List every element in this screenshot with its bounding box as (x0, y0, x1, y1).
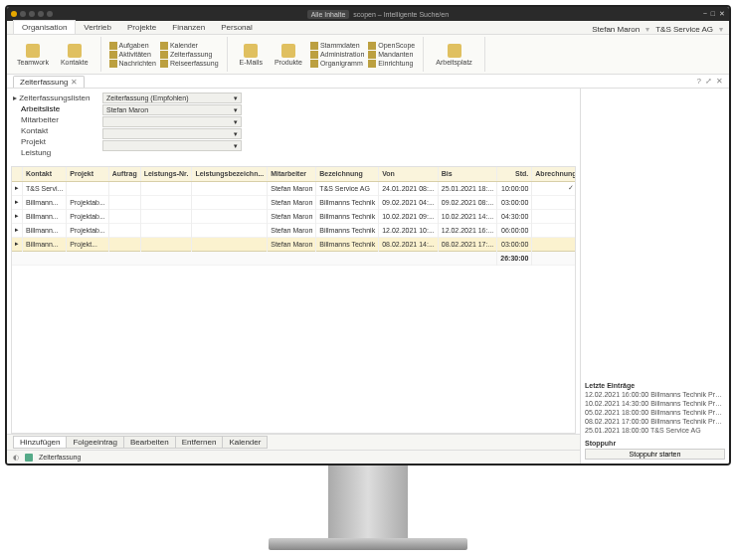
document-tab-zeiterfassung[interactable]: Zeiterfassung ✕ (13, 76, 85, 88)
bottom-tab-hinzufuegen[interactable]: Hinzufügen (13, 436, 67, 449)
qat-icon-1[interactable] (11, 11, 17, 17)
filter-dropdown-leistung[interactable]: ▾ (102, 140, 242, 151)
cell-kontakt: Billmann... (23, 237, 67, 251)
qat-icon-4[interactable] (38, 11, 44, 17)
ribbon-btn-stammdaten[interactable]: Stammdaten (310, 42, 364, 50)
cell-bis: 12.02.2021 16:... (438, 223, 497, 237)
table-row[interactable]: ▸Billmann...Projektab...Stefan MaronBill… (12, 209, 576, 223)
ribbon-btn-produkte[interactable]: Produkte (271, 37, 306, 72)
filter-item-kontakt[interactable]: Kontakt (13, 125, 102, 136)
grid-header-leistungsnr[interactable]: Leistungs-Nr. (140, 167, 192, 181)
cell-abrechnungsfreigabe[interactable] (532, 237, 576, 251)
ribbon-btn-einrichtung[interactable]: Einrichtung (368, 60, 415, 68)
ribbon-btn-openscope[interactable]: OpenScope (368, 42, 415, 50)
cell-abrechnungsfreigabe[interactable]: ✓ (532, 181, 576, 195)
minimize-button[interactable]: − (703, 10, 707, 18)
grid-header-von[interactable]: Von (379, 167, 439, 181)
grid-header-kontakt[interactable]: Kontakt (23, 167, 67, 181)
bottom-tab-entfernen[interactable]: Entfernen (175, 436, 224, 449)
table-row[interactable]: ▸Billmann...Projektab...Stefan MaronBill… (12, 195, 576, 209)
last-entry-item[interactable]: 08.02.2021 17:00:00 Billmanns Technik Pr… (585, 418, 725, 425)
grid-header-bezeichnung[interactable]: Bezeichnung (316, 167, 379, 181)
bottom-tab-folgeeintrag[interactable]: Folgeeintrag (66, 436, 123, 449)
last-entry-item[interactable]: 05.02.2021 18:00:00 Billmanns Technik Pr… (585, 409, 725, 416)
ribbon-tab-organisation[interactable]: Organisation (13, 20, 76, 34)
ribbon-tab-finanzen[interactable]: Finanzen (164, 21, 213, 34)
pane-close-icon[interactable]: ✕ (716, 77, 723, 86)
ribbon-btn-arbeitsplatz[interactable]: Arbeitsplatz (432, 37, 476, 72)
status-context-label: Zeiterfassung (39, 454, 81, 461)
grid-header-leistungsbez[interactable]: Leistungsbezeichn... (192, 167, 268, 181)
cell-auftrag (108, 195, 140, 209)
filter-tree-root[interactable]: ▸ Zeiterfassungslisten (13, 93, 102, 103)
ribbon-btn-nachrichten[interactable]: Nachrichten (109, 60, 156, 68)
ribbon-btn-kontakte[interactable]: Kontakte (57, 37, 92, 72)
filter-item-leistung[interactable]: Leistung (13, 147, 102, 158)
cell-auftrag (108, 181, 140, 195)
last-entry-item[interactable]: 10.02.2021 14:30:00 Billmanns Technik Pr… (585, 400, 725, 407)
status-icon-nav[interactable]: ◐ (13, 454, 19, 462)
bottom-tab-bearbeiten[interactable]: Bearbeiten (123, 436, 176, 449)
cell-von: 09.02.2021 04:... (379, 195, 439, 209)
status-icon-chart[interactable] (25, 454, 33, 462)
maximize-button[interactable]: □ (711, 10, 715, 18)
global-search-scope[interactable]: Alle Inhalte (307, 10, 350, 19)
ribbon-tab-vertrieb[interactable]: Vertrieb (76, 21, 119, 34)
current-company-label[interactable]: T&S Service AG (655, 25, 713, 34)
grid-header-std[interactable]: Std. (497, 167, 532, 181)
row-expand-icon[interactable]: ▸ (12, 209, 23, 223)
grid-header-projekt[interactable]: Projekt (67, 167, 108, 181)
ribbon-group-1: Teamwork Kontakte (13, 37, 101, 72)
ribbon-btn-aufgaben[interactable]: Aufgaben (109, 42, 156, 50)
cell-abrechnungsfreigabe[interactable] (532, 223, 576, 237)
cell-bis: 25.01.2021 18:... (438, 181, 497, 195)
ribbon-btn-mandanten[interactable]: Mandanten (368, 51, 415, 59)
ribbon-btn-reiseerfassung[interactable]: Reiseerfassung (160, 60, 219, 68)
table-row[interactable]: ▸Billmann...Projekt...Stefan MaronBillma… (12, 237, 576, 251)
time-entries-grid[interactable]: Kontakt Projekt Auftrag Leistungs-Nr. Le… (11, 166, 576, 434)
help-icon[interactable]: ? (697, 77, 701, 86)
ribbon-btn-administration[interactable]: Administration (310, 51, 364, 59)
ribbon-btn-organigramm[interactable]: Organigramm (310, 60, 364, 68)
cell-abrechnungsfreigabe[interactable] (532, 209, 576, 223)
expand-icon[interactable]: ⤢ (705, 77, 712, 86)
ribbon-btn-emails[interactable]: E-Mails (236, 37, 267, 72)
current-user-label[interactable]: Stefan Maron (592, 25, 640, 34)
grid-header-abrechnung[interactable]: Abrechnungsfreigabe (532, 167, 576, 181)
filter-dropdown-mitarbeiter[interactable]: Stefan Maron▾ (102, 104, 242, 115)
row-expand-icon[interactable]: ▸ (12, 237, 23, 251)
qat-icon-3[interactable] (29, 11, 35, 17)
filter-item-arbeitsliste[interactable]: Arbeitsliste (13, 103, 102, 114)
cell-von: 10.02.2021 09:... (379, 209, 439, 223)
stopwatch-start-button[interactable]: Stoppuhr starten (585, 449, 725, 460)
last-entry-item[interactable]: 25.01.2021 18:00:00 T&S Service AG (585, 427, 725, 434)
grid-header-mitarbeiter[interactable]: Mitarbeiter (268, 167, 316, 181)
table-row[interactable]: ▸T&S Servi...Stefan MaronT&S Service AG2… (12, 181, 576, 195)
cell-abrechnungsfreigabe[interactable] (532, 195, 576, 209)
ribbon-tab-personal[interactable]: Personal (213, 21, 261, 34)
filter-dropdown-kontakt[interactable]: ▾ (102, 116, 242, 127)
document-tab-close-icon[interactable]: ✕ (71, 78, 78, 87)
bottom-tab-kalender[interactable]: Kalender (222, 436, 268, 449)
filter-item-projekt[interactable]: Projekt (13, 136, 102, 147)
grid-header-auftrag[interactable]: Auftrag (108, 167, 140, 181)
row-expand-icon[interactable]: ▸ (12, 181, 23, 195)
ribbon-btn-aktivitaeten[interactable]: Aktivitäten (109, 51, 156, 59)
filter-dropdown-projekt[interactable]: ▾ (102, 128, 242, 139)
qat-icon-2[interactable] (20, 11, 26, 17)
close-button[interactable]: ✕ (719, 10, 725, 18)
grid-header-expand[interactable] (12, 167, 23, 181)
qat-icon-5[interactable] (47, 11, 53, 17)
filter-dropdown-list[interactable]: Zeiterfassung (Empfohlen)▾ (102, 93, 242, 103)
ribbon-btn-kalender[interactable]: Kalender (160, 42, 219, 50)
table-row[interactable]: ▸Billmann...Projektab...Stefan MaronBill… (12, 223, 576, 237)
last-entry-item[interactable]: 12.02.2021 16:00:00 Billmanns Technik Pr… (585, 391, 725, 398)
app-title: scopen – Intelligente Suche/en (353, 11, 449, 18)
row-expand-icon[interactable]: ▸ (12, 223, 23, 237)
ribbon-btn-teamwork[interactable]: Teamwork (13, 37, 53, 72)
ribbon-btn-zeiterfassung[interactable]: Zeiterfassung (160, 51, 219, 59)
filter-item-mitarbeiter[interactable]: Mitarbeiter (13, 114, 102, 125)
ribbon-tab-projekte[interactable]: Projekte (119, 21, 164, 34)
row-expand-icon[interactable]: ▸ (12, 195, 23, 209)
grid-header-bis[interactable]: Bis (438, 167, 497, 181)
